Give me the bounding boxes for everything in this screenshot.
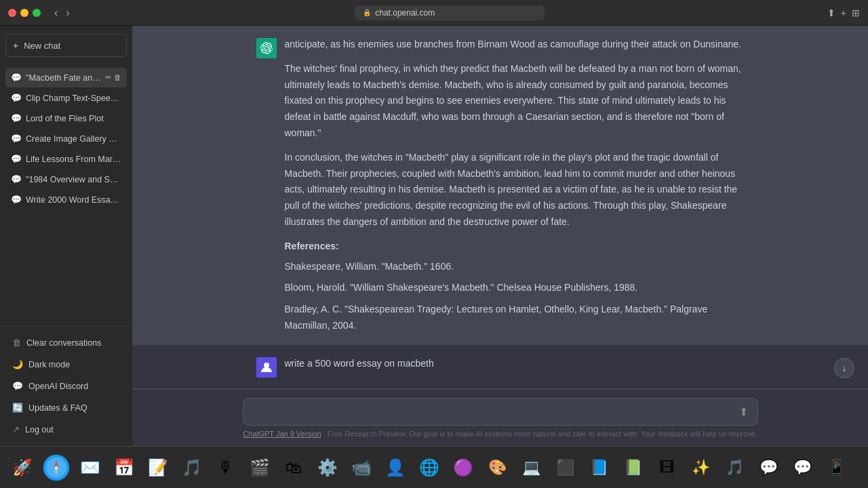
dock-appstore[interactable]: 🛍 <box>279 453 309 483</box>
traffic-lights <box>8 9 41 17</box>
dark-mode-label: Dark mode <box>28 360 70 369</box>
updates-button[interactable]: 🔄 Updates & FAQ <box>5 397 127 418</box>
dock-aftereffects[interactable]: ✨ <box>686 453 715 483</box>
dock-podcasts[interactable]: 🎙 <box>211 453 241 483</box>
conv-actions: ✏ 🗑 <box>105 73 121 82</box>
conv-label: Life Lessons From Marcus A <box>26 155 121 164</box>
chatgpt-version-link[interactable]: ChatGPT Jan 9 Version <box>243 430 321 438</box>
sidebar-item-clip-champ[interactable]: 💬 Clip Champ Text-Speech Tut <box>5 88 127 108</box>
input-container: ⬆ <box>243 398 758 426</box>
sidebar-item-life-lessons[interactable]: 💬 Life Lessons From Marcus A <box>5 149 127 169</box>
edit-icon[interactable]: ✏ <box>105 73 111 82</box>
dock-figma[interactable]: 🎨 <box>482 453 512 483</box>
dock-music[interactable]: 🎵 <box>177 453 207 483</box>
conv-label: Create Image Gallery Websit <box>26 134 121 144</box>
input-actions: ⬆ <box>739 405 748 418</box>
moon-icon: 🌙 <box>12 359 23 369</box>
user-message-content: write a 500 word essay on macbeth <box>285 356 745 372</box>
logout-label: Log out <box>25 425 54 434</box>
conv-label: "1984 Overview and Summa <box>26 175 121 184</box>
dock-iphone-mirror[interactable]: 📱 <box>821 453 851 483</box>
logout-button[interactable]: ↗ Log out <box>5 419 127 440</box>
dock-safari[interactable] <box>41 453 71 483</box>
dock-facetime[interactable]: 📹 <box>347 453 376 483</box>
conv-label: Lord of the Flies Plot <box>26 114 121 123</box>
dock-trash[interactable]: 🗑 <box>865 453 868 483</box>
add-tab-icon[interactable]: + <box>841 7 846 18</box>
updates-icon: 🔄 <box>12 403 23 413</box>
references-section: References: Shakespeare, William. "Macbe… <box>285 239 745 334</box>
chat-messages: anticipate, as his enemies use branches … <box>132 26 868 390</box>
clear-icon: 🗑 <box>12 338 21 348</box>
forward-button[interactable]: › <box>63 7 72 19</box>
dock-excel[interactable]: 📗 <box>618 453 648 483</box>
logout-icon: ↗ <box>12 424 20 434</box>
user-icon <box>260 361 273 374</box>
reference-1: Shakespeare, William. "Macbeth." 1606. <box>285 259 745 275</box>
chat-icon: 💬 <box>11 154 22 164</box>
dock-contacts[interactable]: 👤 <box>380 453 410 483</box>
chat-input[interactable] <box>253 407 739 418</box>
new-chat-button[interactable]: + New chat <box>5 34 127 57</box>
dock-messenger[interactable]: 💬 <box>787 453 817 483</box>
url-bar[interactable]: 🔒 chat.openai.com <box>355 5 545 20</box>
sidebar-item-macbeth-fate[interactable]: 💬 "Macbeth Fate and Am ✏ 🗑 <box>5 68 127 87</box>
minimize-button[interactable] <box>20 9 28 17</box>
ai-message-text: anticipate, as his enemies use branches … <box>285 37 745 334</box>
new-chat-label: New chat <box>24 41 60 51</box>
dock-calendar[interactable]: 📅 <box>109 453 139 483</box>
dock-notes[interactable]: 📝 <box>143 453 173 483</box>
ai-para-3: In conclusion, the witches in "Macbeth" … <box>285 150 745 230</box>
dock-spotify[interactable]: 🎵 <box>719 453 749 483</box>
dock-terminal[interactable]: ⬛ <box>550 453 580 483</box>
dock-finder[interactable]: 🔵 <box>0 453 3 483</box>
sidebar-bottom: 🗑 Clear conversations 🌙 Dark mode 💬 Open… <box>0 326 132 446</box>
sidebar-toggle-icon[interactable]: ⊞ <box>852 7 860 18</box>
dock-launchpad[interactable]: 🚀 <box>7 453 37 483</box>
dock-word[interactable]: 📘 <box>584 453 614 483</box>
dock-premiere[interactable]: 🎞 <box>652 453 682 483</box>
sidebar-item-lord-flies[interactable]: 💬 Lord of the Flies Plot <box>5 108 127 128</box>
clear-label: Clear conversations <box>26 338 101 348</box>
conv-label: Write 2000 Word Essay on M <box>26 195 121 205</box>
discord-label: OpenAI Discord <box>28 382 88 391</box>
lock-icon: 🔒 <box>363 9 371 16</box>
footer-text: ChatGPT Jan 9 Version . Free Research Pr… <box>243 426 758 441</box>
clear-conversations-button[interactable]: 🗑 Clear conversations <box>5 332 127 353</box>
footer-description: . Free Research Preview. Our goal is to … <box>323 430 757 438</box>
nav-buttons: ‹ › <box>52 7 73 19</box>
chat-icon: 💬 <box>11 195 22 205</box>
dock-chrome[interactable]: 🌐 <box>414 453 444 483</box>
dock-movies[interactable]: 🎬 <box>245 453 275 483</box>
dock-code[interactable]: 💻 <box>516 453 546 483</box>
openai-logo <box>260 42 273 54</box>
back-button[interactable]: ‹ <box>52 7 60 19</box>
dock-whatsapp[interactable]: 💬 <box>753 453 783 483</box>
delete-icon[interactable]: 🗑 <box>114 73 121 82</box>
sidebar-item-essay-2000[interactable]: 💬 Write 2000 Word Essay on M <box>5 190 127 209</box>
svg-point-5 <box>55 466 58 469</box>
dock-settings[interactable]: ⚙️ <box>313 453 342 483</box>
chat-icon: 💬 <box>11 174 22 184</box>
discord-button[interactable]: 💬 OpenAI Discord <box>5 375 127 396</box>
close-button[interactable] <box>8 9 16 17</box>
dock: 🔵 🚀 ✉️ 📅 📝 🎵 🎙 🎬 🛍 ⚙️ 📹 👤 🌐 🟣 🎨 💻 ⬛ 📘 📗 … <box>0 446 868 488</box>
ai-para-1: anticipate, as his enemies use branches … <box>285 37 745 53</box>
ai-avatar <box>256 38 277 58</box>
scroll-down-button[interactable]: ↓ <box>834 358 854 378</box>
send-button[interactable]: ⬆ <box>739 405 748 418</box>
titlebar: ‹ › 🔒 chat.openai.com ⬆ + ⊞ <box>0 0 868 26</box>
dark-mode-button[interactable]: 🌙 Dark mode <box>5 354 127 375</box>
sidebar-item-1984[interactable]: 💬 "1984 Overview and Summa <box>5 169 127 189</box>
fullscreen-button[interactable] <box>33 9 41 17</box>
dock-mail[interactable]: ✉️ <box>75 453 105 483</box>
user-message-block: write a 500 word essay on macbeth <box>132 345 868 388</box>
safari-icon <box>43 454 70 481</box>
input-area: ⬆ ChatGPT Jan 9 Version . Free Research … <box>132 390 868 446</box>
dock-discord[interactable]: 🟣 <box>448 453 478 483</box>
url-text: chat.openai.com <box>375 8 435 18</box>
sidebar-item-image-gallery[interactable]: 💬 Create Image Gallery Websit <box>5 129 127 148</box>
chevron-down-icon: ↓ <box>842 363 847 373</box>
share-icon[interactable]: ⬆ <box>827 7 835 18</box>
updates-label: Updates & FAQ <box>28 403 87 413</box>
